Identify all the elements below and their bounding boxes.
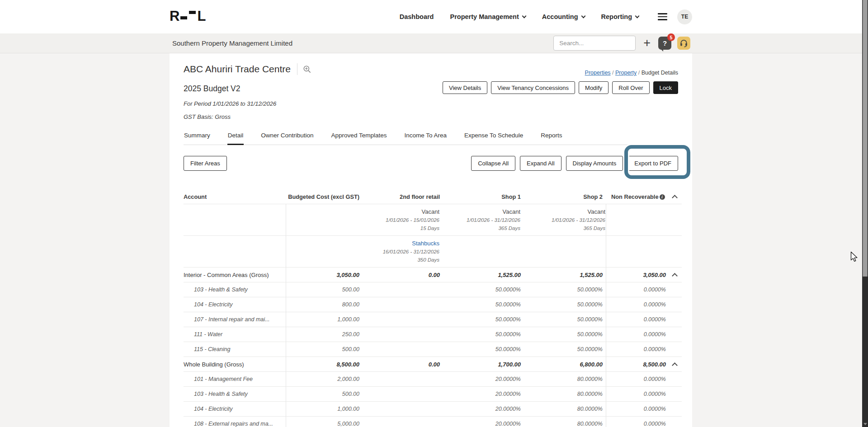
chevron-cell	[668, 402, 682, 416]
shop-2-cell: 1,525.00	[521, 267, 606, 282]
breadcrumb: Properties / Property / Budget Details	[585, 70, 678, 76]
non-recoverable-cell: 3,050.00	[606, 267, 668, 282]
search-input[interactable]	[553, 36, 636, 51]
non-recoverable-cell	[606, 204, 668, 235]
non-recoverable-cell: 0.0000%	[606, 417, 668, 427]
user-avatar[interactable]: TE	[677, 9, 692, 24]
notification-badge: 5	[667, 33, 675, 41]
budgeted-cost-cell: 500.00	[286, 342, 359, 357]
nav-item-dashboard[interactable]: Dashboard	[400, 13, 434, 20]
account-sub-row: 104 - Electricity1,000.0020.0000%80.0000…	[184, 402, 682, 417]
logo-letter-l: L	[197, 9, 205, 23]
col-header-shop-1: Shop 1	[440, 190, 521, 204]
breadcrumb-separator: /	[611, 70, 615, 76]
modify-button[interactable]: Modify	[579, 81, 609, 94]
col-header-account: Account	[184, 190, 286, 204]
budget-action-buttons: View DetailsView Tenancy ConcessionsModi…	[443, 81, 678, 94]
shop-2-cell: 80.0000%	[521, 387, 606, 401]
budgeted-cell	[286, 236, 359, 267]
view-tenancy-concessions-button[interactable]: View Tenancy Concessions	[491, 81, 575, 94]
tab-detail[interactable]: Detail	[227, 129, 244, 145]
breadcrumb-property[interactable]: Property	[615, 70, 637, 76]
tab-owner-contribution[interactable]: Owner Contribution	[260, 129, 314, 145]
non-recoverable-cell: 0.0000%	[606, 342, 668, 357]
col-header-non-recoverable: Non Recoverablei	[606, 190, 668, 204]
chevron-down-icon	[581, 14, 585, 18]
display-amounts-button[interactable]: Display Amounts	[566, 156, 623, 171]
non-recoverable-cell: 0.0000%	[606, 387, 668, 401]
support-headset-icon[interactable]	[677, 37, 690, 50]
filter-areas-button[interactable]: Filter Areas	[184, 156, 227, 171]
non-recoverable-cell: 0.0000%	[606, 297, 668, 312]
nav-item-property-management[interactable]: Property Management	[450, 13, 525, 20]
page-title: ABC Ahuriri Trade Centre	[184, 64, 291, 75]
chevron-cell	[668, 327, 682, 342]
breadcrumb-budget-details: Budget Details	[642, 70, 678, 76]
scrollbar-thumb[interactable]	[863, 0, 868, 277]
budget-tabs: SummaryDetailOwner ContributionApproved …	[184, 129, 682, 145]
2nd-floor-retail-cell	[359, 402, 440, 416]
nav-item-accounting[interactable]: Accounting	[542, 13, 585, 20]
shop-2-cell: 80.0000%	[521, 402, 606, 416]
zoom-in-icon[interactable]	[303, 65, 311, 74]
expand-all-button[interactable]: Expand All	[520, 156, 561, 171]
budget-gst-basis: GST Basis: Gross	[184, 113, 231, 120]
app-logo[interactable]: R L	[170, 9, 205, 24]
shop-1-cell: 20.0000%	[440, 387, 521, 401]
account-group-row: Whole Building (Gross)8,500.000.001,700.…	[184, 357, 682, 372]
help-icon[interactable]: ? 5	[658, 37, 671, 50]
chevron-up-icon[interactable]	[672, 362, 678, 368]
logo-dash-low	[180, 16, 187, 19]
shop-1-cell: 50.0000%	[440, 282, 521, 297]
tenant-link[interactable]: Stahbucks	[412, 239, 439, 248]
tab-summary[interactable]: Summary	[184, 129, 211, 145]
roll-over-button[interactable]: Roll Over	[612, 81, 649, 94]
2nd-floor-retail-cell: 0.00	[359, 267, 440, 282]
tab-expense-to-schedule[interactable]: Expense To Schedule	[464, 129, 524, 145]
tab-income-to-area[interactable]: Income To Area	[404, 129, 447, 145]
account-cell: 108 - External repairs and ma...	[184, 417, 286, 427]
chevron-up-icon[interactable]	[672, 195, 678, 201]
account-cell: 103 - Health & Safety	[184, 387, 286, 401]
tenancy-period: 1/01/2026 - 31/12/2026	[552, 216, 605, 225]
tab-approved-templates[interactable]: Approved Templates	[331, 129, 387, 145]
chevron-cell	[668, 267, 682, 282]
vertical-scrollbar[interactable]	[862, 0, 868, 427]
chevron-cell	[668, 417, 682, 427]
info-icon[interactable]: i	[660, 194, 665, 200]
non-recoverable-cell: 0.0000%	[606, 312, 668, 327]
nav-item-label: Reporting	[601, 13, 632, 20]
account-cell	[184, 204, 286, 235]
shop-1-cell: 50.0000%	[440, 297, 521, 312]
tenancy-cell-2	[521, 236, 606, 267]
budget-detail-table: AccountBudgeted Cost (excl GST)2nd floor…	[184, 190, 682, 427]
tab-reports[interactable]: Reports	[540, 129, 562, 145]
account-cell	[184, 236, 286, 267]
breadcrumb-properties[interactable]: Properties	[585, 70, 611, 76]
account-sub-row: 104 - Electricity800.0050.0000%50.0000%0…	[184, 297, 682, 312]
chevron-up-icon[interactable]	[672, 273, 678, 279]
scrollbar-down-arrow[interactable]	[863, 423, 867, 425]
lock-button[interactable]: Lock	[653, 81, 678, 94]
shop-2-cell: 80.0000%	[521, 372, 606, 386]
tenancy-days: 365 Days	[498, 225, 520, 233]
2nd-floor-retail-cell: 0.00	[359, 357, 440, 371]
view-details-button[interactable]: View Details	[443, 81, 487, 94]
nav-item-reporting[interactable]: Reporting	[601, 13, 639, 20]
tenancy-cell-1: Vacant1/01/2026 - 31/12/2026365 Days	[440, 204, 521, 235]
nav-item-label: Property Management	[450, 13, 519, 20]
tenancy-days: 365 Days	[583, 225, 605, 233]
toolbar-right-group: Collapse AllExpand AllDisplay AmountsExp…	[471, 156, 678, 171]
hamburger-menu-icon[interactable]	[657, 11, 668, 22]
2nd-floor-retail-cell	[359, 372, 440, 386]
account-group-row: Interior - Common Areas (Gross)3,050.000…	[184, 267, 682, 282]
account-sub-row: 103 - Health & Safety500.0020.0000%80.00…	[184, 387, 682, 402]
non-recoverable-cell: 8,500.00	[606, 357, 668, 371]
shop-1-cell: 50.0000%	[440, 342, 521, 357]
export-to-pdf-button[interactable]: Export to PDF	[627, 156, 678, 171]
tenancy-period: 1/01/2026 - 15/01/2026	[386, 216, 439, 225]
plus-icon[interactable]: +	[643, 37, 651, 49]
collapse-all-button[interactable]: Collapse All	[471, 156, 515, 171]
account-sub-row: 107 - Internal repair and mai...1,000.00…	[184, 312, 682, 327]
tenancy-cell-1	[440, 236, 521, 267]
